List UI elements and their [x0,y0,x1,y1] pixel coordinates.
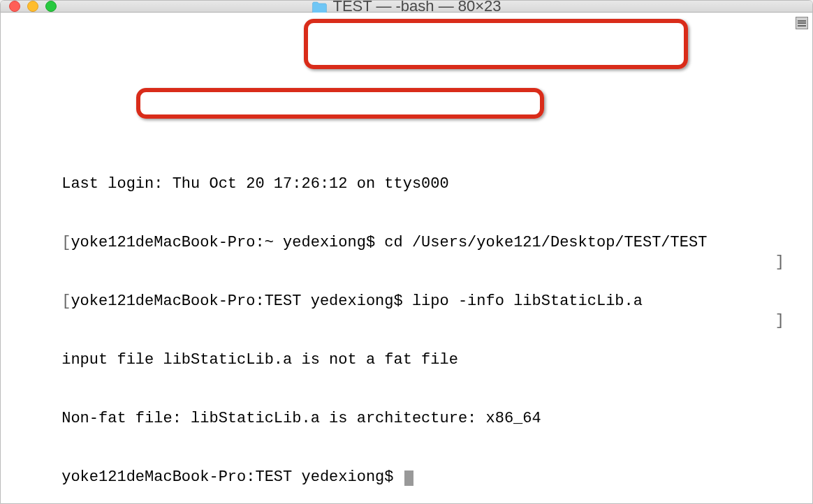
window-titlebar[interactable]: TEST — -bash — 80×23 [1,1,812,13]
terminal-text: yoke121deMacBook-Pro:TEST yedexiong$ lip… [71,292,643,310]
terminal-line: [yoke121deMacBook-Pro:TEST yedexiong$ li… [6,272,812,292]
terminal-prompt: yoke121deMacBook-Pro:TEST yedexiong$ [61,468,402,486]
annotation-highlight-output [136,88,544,119]
terminal-prompt-line: yoke121deMacBook-Pro:TEST yedexiong$ [6,448,812,468]
terminal-line: Last login: Thu Oct 20 17:26:12 on ttys0… [6,155,812,175]
annotation-highlight-commands [304,19,688,69]
minimize-button[interactable] [27,1,38,12]
terminal-text: yoke121deMacBook-Pro:~ yedexiong$ cd /Us… [71,234,707,251]
terminal-text: Last login: Thu Oct 20 17:26:12 on ttys0… [61,175,449,193]
scroll-indicator-icon [796,17,808,29]
bracket-right: ] [775,311,784,331]
cursor-icon [404,470,413,486]
bracket-right: ] [775,253,784,272]
terminal-text: Non-fat file: libStaticLib.a is architec… [61,410,541,427]
terminal-line: Non-fat file: libStaticLib.a is architec… [6,390,812,409]
traffic-lights [9,1,57,12]
close-button[interactable] [9,1,20,12]
terminal-text: input file libStaticLib.a is not a fat f… [61,351,458,369]
folder-icon [312,0,327,13]
terminal-line: [yoke121deMacBook-Pro:~ yedexiong$ cd /U… [6,214,812,233]
terminal-line: input file libStaticLib.a is not a fat f… [6,331,812,350]
bracket-left: [ [61,292,71,310]
terminal-window: TEST — -bash — 80×23 Last login: Thu Oct… [0,0,813,504]
terminal-content[interactable]: Last login: Thu Oct 20 17:26:12 on ttys0… [1,13,812,504]
bracket-left: [ [61,234,71,251]
maximize-button[interactable] [45,1,57,12]
